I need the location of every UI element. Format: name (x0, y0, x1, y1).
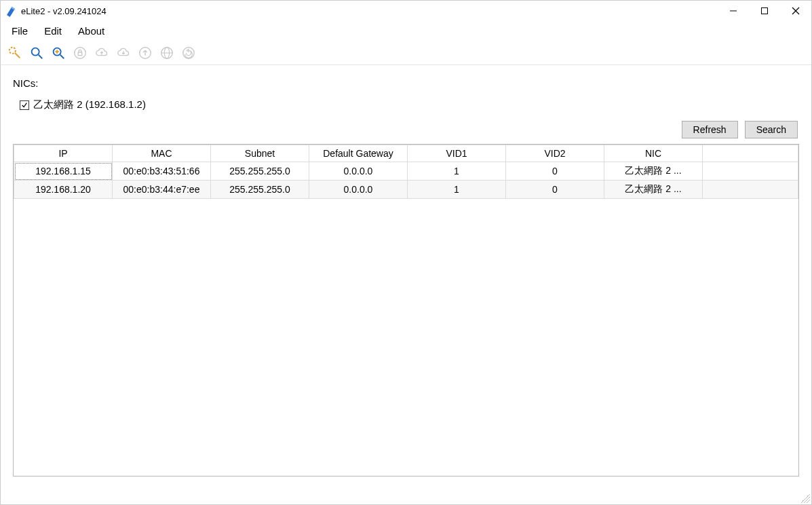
resize-grip-icon[interactable] (800, 493, 810, 503)
window-title: eLite2 - v2.09.241024 (21, 6, 107, 16)
menu-edit[interactable]: Edit (37, 24, 69, 38)
col-subnet[interactable]: Subnet (211, 145, 309, 162)
cell-mac[interactable]: 00:e0:b3:43:51:66 (113, 162, 211, 181)
svg-point-4 (9, 47, 16, 53)
search-button[interactable]: Search (745, 121, 798, 138)
cell-vid2[interactable]: 0 (506, 181, 604, 199)
table-row[interactable]: 192.168.1.15 00:e0:b3:43:51:66 255.255.2… (14, 162, 798, 181)
cell-vid2[interactable]: 0 (506, 162, 604, 181)
col-vid2[interactable]: VID2 (506, 145, 604, 162)
cell-mac[interactable]: 00:e0:b3:44:e7:ee (113, 181, 211, 199)
cell-subnet[interactable]: 255.255.255.0 (211, 162, 309, 181)
globe-icon[interactable] (157, 43, 177, 63)
cell-spare (703, 162, 798, 181)
menubar: File Edit About (1, 21, 811, 41)
wand-icon[interactable] (5, 43, 25, 63)
maximize-button[interactable] (749, 1, 780, 21)
refresh-button[interactable]: Refresh (682, 121, 738, 138)
menu-file[interactable]: File (5, 24, 35, 38)
magnifier-plus-icon[interactable] (48, 43, 69, 63)
cell-gw[interactable]: 0.0.0.0 (309, 181, 408, 199)
table-header-row: IP MAC Subnet Default Gateway VID1 VID2 … (14, 145, 798, 162)
refresh-circle-icon[interactable] (178, 43, 199, 63)
up-arrow-circle-icon[interactable] (135, 43, 155, 63)
svg-line-9 (60, 54, 64, 58)
magnifier-icon[interactable] (26, 43, 47, 63)
cell-subnet[interactable]: 255.255.255.0 (211, 181, 309, 199)
button-row: Refresh Search (13, 121, 799, 138)
col-vid1[interactable]: VID1 (408, 145, 506, 162)
nics-label: NICs: (13, 77, 799, 89)
close-button[interactable] (780, 1, 811, 21)
cloud-up-icon[interactable] (92, 43, 112, 63)
cell-vid1[interactable]: 1 (408, 181, 506, 199)
svg-rect-13 (78, 52, 82, 56)
cell-ip[interactable]: 192.168.1.20 (14, 181, 113, 199)
col-ip[interactable]: IP (14, 145, 113, 162)
nic-item-label: 乙太網路 2 (192.168.1.2) (33, 98, 146, 111)
menu-about[interactable]: About (71, 24, 111, 38)
cell-vid1[interactable]: 1 (408, 162, 506, 181)
svg-line-7 (39, 54, 43, 58)
minimize-button[interactable] (718, 1, 749, 21)
lock-icon[interactable] (70, 43, 90, 63)
app-icon (5, 5, 17, 17)
cell-ip[interactable]: 192.168.1.15 (14, 162, 113, 181)
svg-point-12 (75, 47, 86, 58)
col-spare (703, 145, 798, 162)
cell-nic[interactable]: 乙太網路 2 ... (604, 181, 703, 199)
content-area: NICs: 乙太網路 2 (192.168.1.2) Refresh Searc… (1, 65, 811, 479)
toolbar (1, 41, 811, 65)
cell-gw[interactable]: 0.0.0.0 (309, 162, 408, 181)
cell-spare (703, 181, 798, 199)
device-table[interactable]: IP MAC Subnet Default Gateway VID1 VID2 … (13, 144, 799, 476)
table-row[interactable]: 192.168.1.20 00:e0:b3:44:e7:ee 255.255.2… (14, 181, 798, 199)
col-gw[interactable]: Default Gateway (309, 145, 408, 162)
svg-rect-1 (762, 8, 768, 14)
titlebar: eLite2 - v2.09.241024 (1, 1, 811, 21)
svg-point-6 (32, 48, 39, 55)
cloud-down-icon[interactable] (113, 43, 134, 63)
checkbox-icon[interactable] (20, 100, 29, 110)
col-mac[interactable]: MAC (113, 145, 211, 162)
svg-line-5 (15, 53, 20, 58)
col-nic[interactable]: NIC (604, 145, 703, 162)
nic-item[interactable]: 乙太網路 2 (192.168.1.2) (20, 98, 799, 111)
cell-nic[interactable]: 乙太網路 2 ... (604, 162, 703, 181)
window-controls (718, 1, 811, 21)
